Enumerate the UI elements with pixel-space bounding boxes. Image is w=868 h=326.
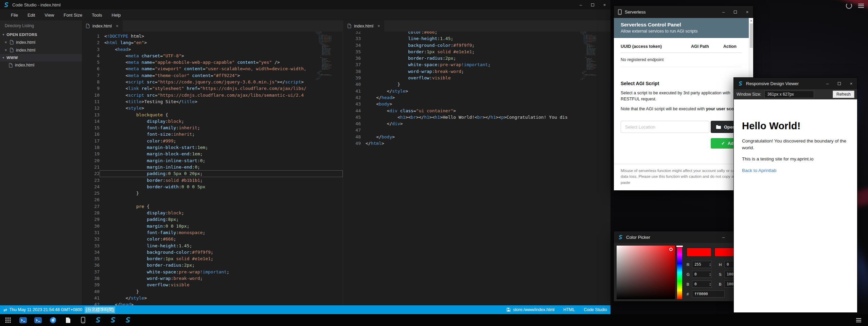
maximize-button[interactable] — [833, 78, 845, 89]
desktop-menu-icon[interactable] — [858, 4, 864, 8]
code-line[interactable]: 1<!DOCTYPE html> — [82, 33, 343, 39]
code-line[interactable]: 20 margin-inline-start:0; — [82, 157, 343, 164]
color-cursor-icon[interactable] — [669, 248, 673, 251]
close-icon[interactable]: × — [4, 40, 7, 45]
minimap[interactable]: <!DOCTYPE html><html lang="en"> <head> <… — [580, 32, 596, 89]
code-line[interactable]: 36 border-radius:2px; — [82, 262, 343, 268]
code-line[interactable]: 38 word-wrap:break-word; — [82, 275, 343, 282]
code-line[interactable]: 40 } — [343, 81, 610, 88]
code-line[interactable]: 25 } — [82, 190, 343, 196]
code-line[interactable]: 22 padding:0 5px 0 20px; — [82, 170, 343, 177]
menu-item-view[interactable]: View — [40, 9, 59, 20]
stepper-icons[interactable]: ▲▼ — [709, 271, 711, 277]
taskbar-file-icon[interactable] — [64, 316, 72, 324]
menu-item-tools[interactable]: Tools — [87, 9, 107, 20]
close-button[interactable]: × — [845, 78, 857, 89]
minimize-button[interactable]: – — [821, 78, 833, 89]
taskbar-browser-icon[interactable] — [49, 316, 57, 324]
hex-value-input[interactable]: ff0000 — [692, 290, 725, 298]
code-line[interactable]: 2<html lang="en"> — [82, 39, 343, 46]
code-line[interactable]: 45 <h1><br></h1><h1>Hello World!<br></h1… — [343, 114, 610, 120]
editor-pane-left[interactable]: 1<!DOCTYPE html>2<html lang="en">3 <head… — [82, 32, 343, 305]
minimize-button[interactable]: – — [718, 6, 729, 18]
serverless-title-bar[interactable]: Serverless – × — [614, 6, 753, 18]
code-line[interactable]: 11 <title>Testing Site</title> — [82, 98, 343, 105]
code-line[interactable]: 39 overflow:visible — [82, 282, 343, 288]
scrollbar-thumb[interactable] — [750, 23, 753, 48]
viewer-title-bar[interactable]: Responsive Design Viewer – × — [734, 78, 857, 89]
menu-item-font-size[interactable]: Font Size — [59, 9, 87, 20]
status-file[interactable]: store:/www/index.html — [507, 307, 554, 312]
code-line[interactable]: 10 <script src="https://cdnjs.cloudflare… — [82, 92, 343, 98]
code-line[interactable]: 31 font-family:monospace; — [82, 229, 343, 236]
code-line[interactable]: 42 </head> — [82, 301, 343, 305]
minimize-button[interactable]: – — [718, 231, 729, 243]
code-line[interactable]: 26 — [82, 196, 343, 203]
code-line[interactable]: 28 display:block; — [82, 210, 343, 216]
code-line[interactable]: 24 border-width:0 0 0 5px — [82, 184, 343, 190]
taskbar-terminal-icon[interactable] — [34, 316, 42, 324]
file-tree-item[interactable]: index.html — [0, 61, 82, 69]
code-line[interactable]: 7 <meta name="theme-color" content="#ff9… — [82, 72, 343, 79]
sync-icon[interactable]: ⇄ — [3, 307, 7, 312]
stepper-icons[interactable]: ▲▼ — [709, 281, 711, 287]
code-line[interactable]: 42 </head> — [343, 94, 610, 101]
code-line[interactable]: 35 border:1px solid #e1e1e1; — [82, 255, 343, 262]
code-line[interactable]: 47 — [343, 127, 610, 133]
menu-item-edit[interactable]: Edit — [23, 9, 40, 20]
code-line[interactable]: 33 line-height:1.45; — [82, 243, 343, 249]
open-editor-item[interactable]: ×index.html — [0, 38, 82, 46]
code-line[interactable]: 19 margin-block-end:1em; — [82, 151, 343, 157]
stepper-icons[interactable]: ▲▼ — [709, 261, 711, 268]
open-editor-item[interactable]: ×index.html — [0, 46, 82, 54]
taskbar-apps-grid-icon[interactable] — [4, 316, 12, 324]
code-line[interactable]: 43 <body> — [343, 101, 610, 107]
close-button[interactable]: × — [741, 6, 753, 18]
code-line[interactable]: 35 border:1px solid #e1e1e1; — [343, 49, 610, 55]
close-icon[interactable]: × — [4, 47, 7, 53]
app-minimize-button[interactable]: – — [575, 0, 587, 9]
code-line[interactable]: 12 <style> — [82, 105, 343, 111]
section-www[interactable]: ▼ WWW — [0, 54, 82, 61]
code-line[interactable]: 41 </style> — [343, 88, 610, 94]
tab-close-icon[interactable]: × — [377, 23, 380, 28]
hue-handle[interactable] — [676, 246, 683, 247]
taskbar-code-studio-icon[interactable] — [109, 316, 117, 324]
tab-index-html-left[interactable]: index.html × — [82, 20, 123, 32]
code-line[interactable]: 14 display:block; — [82, 118, 343, 124]
code-line[interactable]: 29 padding:8px; — [82, 216, 343, 223]
code-line[interactable]: 6 <meta name="viewport" content="user-sc… — [82, 65, 343, 72]
saturation-value-field[interactable] — [617, 246, 675, 299]
code-line[interactable]: 48 </body> — [343, 134, 610, 140]
section-open-editors[interactable]: ▼ OPEN EDITORS — [0, 31, 82, 38]
code-line[interactable]: 3 <head> — [82, 46, 343, 53]
select-location-input[interactable] — [621, 121, 709, 133]
code-line[interactable]: 44 <div class="ui container"> — [343, 108, 610, 114]
back-to-aprintlab-link[interactable]: Back to Aprintlab — [742, 168, 776, 173]
code-line[interactable]: 39 overflow:visible — [343, 75, 610, 81]
menu-item-help[interactable]: Help — [107, 9, 126, 20]
code-line[interactable]: 13 blockquote { — [82, 112, 343, 118]
menu-item-file[interactable]: File — [6, 9, 23, 20]
code-line[interactable]: 23 border:solid #b1b1b1; — [82, 177, 343, 184]
code-line[interactable]: 34 background-color:#f9f9f9; — [82, 249, 343, 255]
taskbar-code-studio-icon[interactable] — [94, 316, 102, 324]
app-title-bar[interactable]: Code Studio - index.html – × — [0, 0, 610, 9]
code-line[interactable]: 4 <meta charset="UTF-8"> — [82, 53, 343, 59]
code-line[interactable]: 33 line-height:1.45; — [343, 35, 610, 42]
color-value-input[interactable]: 0▲▼ — [692, 271, 712, 278]
maximize-button[interactable] — [729, 6, 741, 18]
minimap[interactable]: <!DOCTYPE html><html lang="en"> <head> <… — [316, 32, 332, 89]
code-line[interactable]: 46 </div> — [343, 120, 610, 127]
code-line[interactable]: 18 margin-block-start:1em; — [82, 144, 343, 151]
code-line[interactable]: 36 border-radius:2px; — [343, 55, 610, 61]
code-line[interactable]: 41 </style> — [82, 295, 343, 301]
app-restore-button[interactable] — [587, 0, 599, 9]
code-line[interactable]: 38 word-wrap:break-word; — [343, 68, 610, 75]
color-value-input[interactable]: 255▲▼ — [692, 261, 712, 268]
code-line[interactable]: 40 } — [82, 288, 343, 295]
code-line[interactable]: 8 <script src="https://code.jquery.com/j… — [82, 79, 343, 85]
code-line[interactable]: 32 color:#666; — [343, 32, 610, 35]
status-language[interactable]: HTML — [563, 307, 575, 312]
code-line[interactable]: 17 color:#999; — [82, 138, 343, 144]
